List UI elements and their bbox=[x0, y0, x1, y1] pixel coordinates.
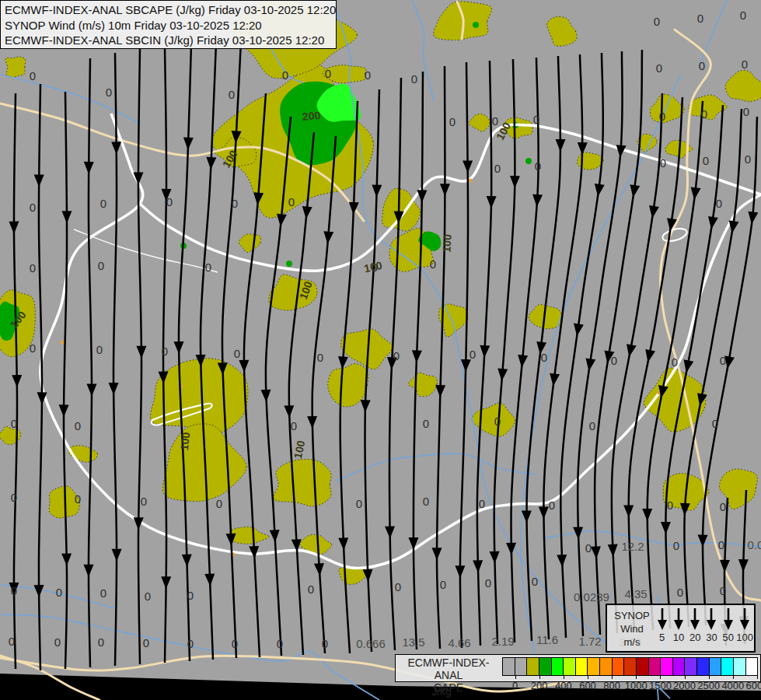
station-value-label: 4.35 bbox=[624, 587, 647, 600]
border-crossing-dot bbox=[469, 179, 473, 183]
station-zero-label: 0 bbox=[317, 351, 323, 364]
station-zero-label: 0 bbox=[9, 635, 15, 648]
wind-legend-scale: 510203050100 bbox=[654, 607, 753, 643]
wind-legend-units: m/s bbox=[612, 635, 652, 649]
cape-color-cell bbox=[563, 658, 575, 675]
station-zero-label: 0 bbox=[145, 590, 151, 603]
cape-color-cell bbox=[709, 658, 721, 675]
station-zero-label: 0 bbox=[673, 539, 679, 552]
station-zero-label: 0 bbox=[288, 195, 295, 208]
wind-speed-label: 30 bbox=[703, 632, 720, 643]
cape-color-cell bbox=[721, 658, 733, 675]
station-zero-label: 0 bbox=[282, 68, 288, 82]
wind-speed-label: 10 bbox=[670, 632, 686, 643]
station-zero-label: 0 bbox=[440, 578, 446, 591]
station-zero-label: 0 bbox=[699, 59, 705, 72]
contour-label: 100 bbox=[178, 432, 192, 451]
station-zero-label: 0 bbox=[98, 259, 104, 272]
weather-map-page: { "title_box": { "lines": [ "ECMWF-INDEX… bbox=[0, 0, 761, 700]
station-zero-label: 0 bbox=[656, 61, 662, 75]
station-zero-label: 0 bbox=[449, 115, 456, 128]
station-zero-label: 0 bbox=[291, 419, 297, 432]
station-zero-label: 0 bbox=[229, 88, 235, 101]
station-zero-label: 0 bbox=[720, 500, 726, 513]
station-value-label: 1.72 bbox=[578, 635, 601, 648]
station-zero-label: 0 bbox=[56, 586, 62, 599]
station-zero-label: 0 bbox=[716, 197, 722, 210]
contour-label: 100 bbox=[441, 234, 454, 253]
station-zero-label: 0 bbox=[308, 583, 314, 596]
cape-tick bbox=[515, 675, 516, 679]
station-zero-label: 0 bbox=[494, 162, 501, 175]
wind-legend-source: SYNOP bbox=[612, 609, 652, 622]
station-zero-label: 0 bbox=[697, 12, 703, 25]
cape-color-cell bbox=[587, 658, 599, 675]
station-zero-label: 0 bbox=[742, 58, 748, 71]
station-value-label: 0.0239 bbox=[574, 590, 609, 604]
station-zero-label: 0 bbox=[54, 635, 61, 649]
cape-color-cell bbox=[696, 658, 709, 675]
cape-color-cell bbox=[503, 658, 515, 675]
wind-legend-box: SYNOP Wind m/s 510203050100 bbox=[606, 604, 756, 653]
station-zero-label: 0 bbox=[393, 349, 400, 362]
station-zero-label: 0 bbox=[30, 201, 36, 214]
station-zero-label: 0 bbox=[701, 107, 707, 121]
station-zero-label: 0 bbox=[743, 105, 749, 118]
station-value-label: 12.2 bbox=[621, 540, 644, 553]
station-zero-label: 0 bbox=[216, 497, 222, 510]
cape-tick-label: 4000 bbox=[721, 680, 744, 691]
cape-tick bbox=[660, 675, 661, 679]
cape-tick-label: 800 bbox=[603, 680, 620, 691]
station-value-label: 11.6 bbox=[536, 633, 558, 646]
station-zero-label: 0 bbox=[356, 497, 362, 510]
map-title-box: ECMWF-INDEX-ANAL SBCAPE (J/kg) Friday 03… bbox=[0, 0, 337, 49]
cape-tick-label: 600 bbox=[579, 680, 596, 691]
station-zero-label: 0 bbox=[187, 589, 194, 602]
cape-tick-label: 400 bbox=[555, 680, 572, 691]
cape-tick-label: 2500 bbox=[697, 680, 720, 691]
wind-legend-param: Wind bbox=[612, 622, 652, 635]
station-zero-label: 0 bbox=[492, 114, 498, 128]
station-zero-label: 0 bbox=[162, 345, 168, 358]
wind-speed-label: 50 bbox=[720, 632, 736, 643]
station-zero-label: 0 bbox=[166, 195, 173, 208]
station-zero-label: 0 bbox=[549, 499, 555, 512]
cape-color-cell bbox=[599, 658, 612, 675]
cape-area-low bbox=[5, 57, 26, 77]
cape-color-cell bbox=[672, 658, 685, 675]
station-value-label: 13.5 bbox=[402, 635, 424, 649]
station-zero-label: 0 bbox=[30, 341, 36, 355]
wind-scale-entry: 50 bbox=[720, 607, 736, 643]
station-zero-label: 0 bbox=[30, 261, 36, 275]
station-zero-label: 0 bbox=[98, 635, 104, 649]
wind-arrow-icon bbox=[721, 607, 735, 631]
station-zero-label: 0 bbox=[659, 110, 665, 123]
station-zero-label: 0 bbox=[535, 159, 541, 173]
station-zero-label: 0 bbox=[106, 86, 112, 99]
station-zero-label: 0 bbox=[589, 419, 595, 432]
station-zero-label: 0 bbox=[30, 69, 36, 82]
title-line-sbcin: ECMWF-INDEX-ANAL SBCIN (J/kg) Friday 03-… bbox=[5, 33, 332, 48]
cape-colorbar bbox=[502, 657, 758, 676]
station-zero-label: 0 bbox=[667, 499, 673, 512]
station-zero-label: 0 bbox=[718, 538, 724, 551]
station-zero-label: 0 bbox=[100, 586, 106, 600]
station-zero-label: 0 bbox=[11, 491, 17, 504]
station-zero-label: 0 bbox=[745, 152, 751, 166]
cape-tick bbox=[733, 675, 734, 679]
wind-scale-entry: 5 bbox=[654, 607, 670, 643]
wind-speed-label: 5 bbox=[654, 632, 670, 643]
station-zero-label: 0 bbox=[660, 156, 666, 170]
station-zero-label: 0 bbox=[277, 637, 283, 650]
station-zero-label: 0 bbox=[654, 15, 660, 28]
cape-legend-units: J/kg bbox=[418, 685, 465, 698]
station-zero-label: 0 bbox=[611, 354, 617, 367]
station-zero-label: 0 bbox=[423, 417, 429, 430]
station-zero-label: 0 bbox=[479, 497, 485, 510]
station-zero-label: 0 bbox=[205, 261, 211, 274]
cape-tick-label: 2000 bbox=[673, 680, 696, 691]
station-zero-label: 0 bbox=[143, 636, 149, 649]
station-zero-label: 0 bbox=[532, 575, 538, 588]
cape-legend-box: ECMWF-INDEX-ANAL CAPE J/kg 0200400600800… bbox=[395, 654, 761, 700]
cape-dot bbox=[473, 22, 479, 28]
